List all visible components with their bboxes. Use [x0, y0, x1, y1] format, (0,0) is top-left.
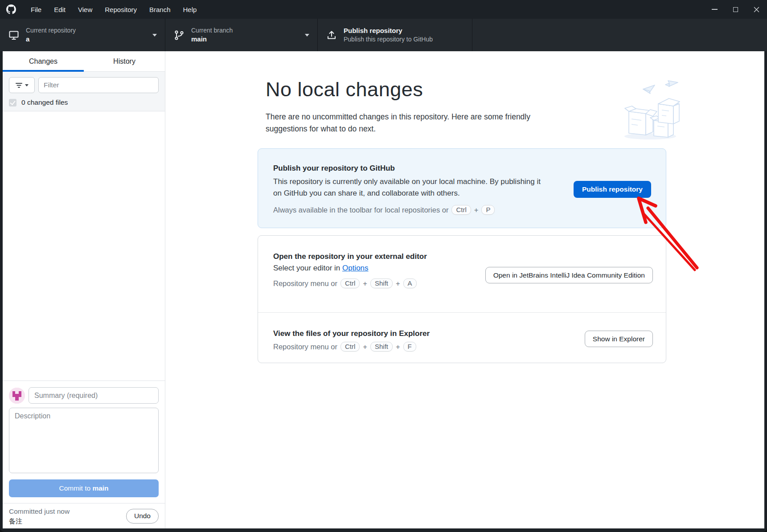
commit-summary-input[interactable]	[29, 387, 159, 404]
menu-edit[interactable]: Edit	[48, 0, 72, 19]
card-shortcut-hint: Always available in the toolbar for loca…	[273, 205, 666, 215]
window-controls	[704, 0, 767, 19]
menu-help[interactable]: Help	[177, 0, 203, 19]
titlebar: File Edit View Repository Branch Help	[0, 0, 767, 19]
kbd-ctrl: Ctrl	[340, 278, 360, 288]
kbd-p: P	[481, 205, 495, 215]
tab-history[interactable]: History	[84, 51, 165, 71]
current-repository-label: Current repository	[26, 26, 76, 35]
card-description: This repository is currently only availa…	[273, 176, 547, 199]
current-branch-label: Current branch	[191, 26, 233, 35]
show-in-explorer-button[interactable]: Show in Explorer	[585, 331, 653, 347]
changed-files-count: 0 changed files	[21, 98, 68, 106]
show-in-explorer-card: View the files of your repository in Exp…	[258, 313, 666, 363]
card-title: Open the repository in your external edi…	[273, 251, 427, 262]
current-branch-selector[interactable]: Current branch main	[165, 19, 318, 51]
publish-repository-button[interactable]: Publish repository	[574, 181, 651, 198]
card-title: Publish your repository to GitHub	[273, 164, 666, 173]
kbd-ctrl: Ctrl	[451, 205, 471, 215]
publish-repository-title: Publish repository	[344, 26, 433, 35]
sidebar-tabs: Changes History	[3, 51, 165, 72]
github-desktop-window: File Edit View Repository Branch Help Cu…	[0, 0, 767, 532]
kbd-shift: Shift	[370, 278, 393, 288]
suggestions-group: Open the repository in your external edi…	[258, 235, 666, 363]
menubar: File Edit View Repository Branch Help	[25, 0, 203, 19]
commit-description-input[interactable]	[9, 408, 159, 473]
current-repository-selector[interactable]: Current repository a	[0, 19, 165, 51]
upload-icon	[326, 29, 337, 41]
commit-status: Committed just now	[9, 506, 70, 516]
open-editor-card: Open the repository in your external edi…	[258, 236, 666, 313]
kbd-a: A	[403, 278, 417, 288]
toolbar-publish-repository[interactable]: Publish repository Publish this reposito…	[318, 19, 472, 51]
kbd-shift: Shift	[370, 342, 393, 352]
current-branch-name: main	[191, 35, 233, 44]
main-content: No local changes There are no uncommitte…	[165, 51, 764, 528]
current-repository-name: a	[26, 35, 76, 44]
menu-repository[interactable]: Repository	[98, 0, 143, 19]
minimize-icon	[712, 9, 718, 10]
chevron-down-icon	[25, 84, 29, 86]
open-in-editor-button[interactable]: Open in JetBrains IntelliJ Idea Communit…	[485, 267, 653, 283]
publish-suggestion-card: Publish your repository to GitHub This r…	[258, 148, 666, 228]
menu-branch[interactable]: Branch	[143, 0, 177, 19]
git-branch-icon	[173, 29, 185, 41]
filter-input[interactable]	[38, 77, 159, 93]
close-icon	[754, 7, 759, 12]
kbd-ctrl: Ctrl	[340, 342, 360, 352]
maximize-icon	[733, 7, 738, 12]
chevron-down-icon	[152, 34, 157, 37]
changes-header: 0 changed files	[3, 72, 165, 111]
page-subtitle: There are no uncommitted changes in this…	[266, 111, 564, 135]
menu-file[interactable]: File	[25, 0, 48, 19]
chevron-down-icon	[305, 34, 309, 37]
commit-form: Commit to main	[3, 381, 165, 497]
close-button[interactable]	[746, 0, 767, 19]
publish-repository-subtitle: Publish this repository to GitHub	[344, 35, 433, 44]
maximize-button[interactable]	[725, 0, 746, 19]
repository-computer-icon	[8, 29, 20, 41]
filter-icon	[16, 82, 22, 88]
sidebar: Changes History 0 changed files	[3, 51, 165, 528]
tab-changes[interactable]: Changes	[3, 51, 84, 71]
select-all-checkbox[interactable]	[9, 99, 16, 106]
undo-button[interactable]: Undo	[126, 509, 159, 524]
page-title: No local changes	[266, 78, 423, 101]
avatar	[9, 388, 25, 404]
kbd-f: F	[403, 342, 416, 352]
toolbar: Current repository a Current branch main…	[0, 19, 767, 51]
last-commit-message: 备注	[9, 516, 70, 526]
filter-options-button[interactable]	[9, 77, 35, 93]
undo-commit-bar: Committed just now 备注 Undo	[3, 503, 165, 528]
boxes-illustration-icon	[615, 78, 682, 143]
options-link[interactable]: Options	[342, 264, 369, 272]
github-logo-icon	[6, 4, 16, 15]
changes-list-empty	[3, 111, 165, 381]
menu-view[interactable]: View	[72, 0, 98, 19]
commit-button[interactable]: Commit to main	[9, 479, 159, 497]
minimize-button[interactable]	[704, 0, 725, 19]
